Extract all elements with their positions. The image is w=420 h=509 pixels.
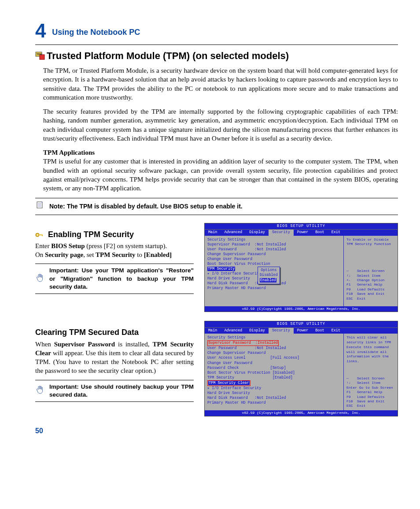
clearing-body: When Supervisor Password is installed, T… — [35, 340, 194, 375]
svg-text:TPM: TPM — [37, 53, 42, 56]
page-number: 50 — [35, 426, 398, 436]
chapter-header: 4 Using the Notebook PC — [35, 18, 398, 45]
bios-help-panel: To Enable or Disable TPM Security functi… — [344, 236, 398, 306]
enabling-heading-text: Enabling TPM Security — [48, 230, 134, 239]
important-restore-text: Important: Use your TPM application's "R… — [49, 267, 194, 291]
bios-menu: MainAdvancedDisplaySecurityPowerBootExit — [205, 327, 398, 334]
bios-title: BIOS SETUP UTILITY — [205, 223, 398, 229]
bios-title: BIOS SETUP UTILITY — [205, 321, 398, 327]
bios-left-panel: Security Settings Supervisor Password :I… — [205, 334, 344, 410]
bios-left-panel: Security Settings Supervisor Password :N… — [205, 236, 344, 306]
bios-screenshot-clear: BIOS SETUP UTILITY MainAdvancedDisplaySe… — [204, 321, 398, 416]
note-disabled-default: Note: The TPM is disabled by default. Us… — [35, 198, 398, 215]
bios-footer: v02.59 (C)Copyright 1985-2005, American … — [205, 306, 398, 312]
bios-footer: v02.59 (C)Copyright 1985-2005, American … — [205, 410, 398, 416]
note-text: Note: The TPM is disabled by default. Us… — [49, 202, 243, 211]
chapter-title: Using the Notebook PC — [52, 28, 140, 37]
intro-paragraph-2: The security features provided by the TP… — [43, 107, 398, 143]
clearing-section: Clearing TPM Secured Data When Superviso… — [35, 321, 398, 422]
enabling-instructions: Enter BIOS Setup (press [F2] on system s… — [35, 241, 194, 260]
bios-help-panel: This will clear all security links in TP… — [344, 334, 398, 410]
tpm-applications: TPM Applications TPM is useful for any c… — [43, 148, 398, 193]
clearing-heading: Clearing TPM Secured Data — [35, 327, 194, 338]
important-backup-text: Important: Use should routinely backup y… — [49, 383, 194, 399]
apps-body: TPM is useful for any customer that is i… — [43, 158, 398, 192]
important-restore: Important: Use your TPM application's "R… — [35, 264, 194, 294]
key-icon — [35, 230, 48, 239]
page-title: TPM Trusted Platform Module (TPM) (on se… — [35, 49, 398, 63]
h1-text: Trusted Platform Module (TPM) (on select… — [47, 50, 289, 61]
hand-icon — [35, 385, 45, 397]
apps-heading: TPM Applications — [43, 149, 95, 156]
tpm-icon: TPM — [35, 50, 45, 60]
enabling-heading: Enabling TPM Security — [35, 229, 194, 240]
bios-options-popup: Options Disabled Enabled — [258, 267, 280, 284]
note-icon — [35, 201, 45, 212]
chapter-number: 4 — [35, 20, 46, 41]
enabling-section: Enabling TPM Security Enter BIOS Setup (… — [35, 223, 398, 319]
svg-point-10 — [37, 234, 38, 235]
bios-screenshot-enable: BIOS SETUP UTILITY MainAdvancedDisplaySe… — [204, 223, 398, 312]
hand-icon — [35, 273, 45, 285]
bios-menu: MainAdvancedDisplaySecurityPowerBootExit — [205, 229, 398, 235]
important-backup: Important: Use should routinely backup y… — [35, 380, 194, 402]
svg-rect-9 — [42, 234, 43, 236]
intro-paragraph-1: The TPM, or Trusted Platform Module, is … — [43, 66, 398, 102]
